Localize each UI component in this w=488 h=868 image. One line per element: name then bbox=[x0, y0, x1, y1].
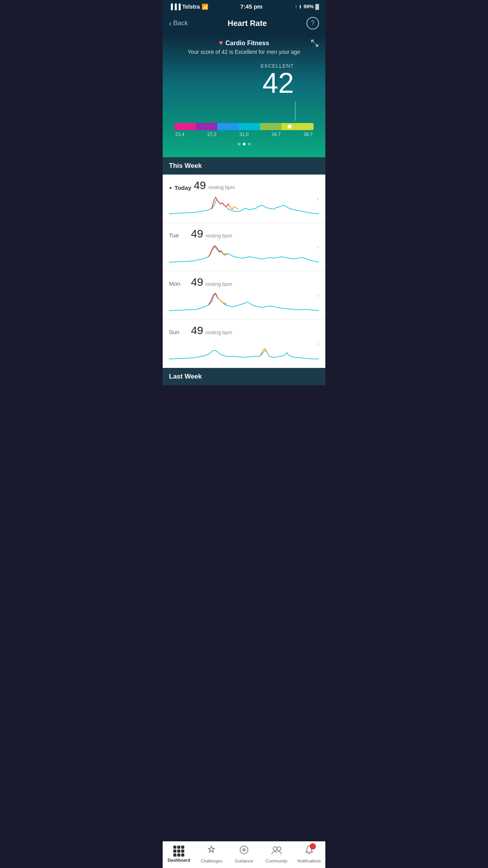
bpm-unit-mon: resting bpm bbox=[205, 281, 232, 287]
day-row-sun: Sun 49 resting bpm › bbox=[163, 320, 325, 368]
status-bar: ▐▐▐ Telstra 📶 7:45 pm ↑ ⍿ 99% ▓ bbox=[163, 0, 325, 13]
location-icon: ↑ bbox=[295, 4, 297, 9]
day-label-tue: Tue bbox=[169, 232, 189, 239]
signal-icon: ▐▐▐ bbox=[169, 4, 181, 10]
bpm-unit-sun: resting bpm bbox=[205, 329, 232, 335]
day-header-today: ► Today 49 resting bpm bbox=[169, 179, 319, 192]
bpm-today: 49 bbox=[194, 179, 206, 192]
hero-section: ♥ Cardio Fitness Your score of 42 is Exc… bbox=[163, 35, 325, 157]
bar-label-1: 23.4 bbox=[175, 132, 184, 137]
chevron-today[interactable]: › bbox=[317, 195, 319, 203]
status-left: ▐▐▐ Telstra 📶 bbox=[169, 4, 208, 10]
last-week-header: Last Week bbox=[163, 368, 325, 385]
bar-label-2: 27.2 bbox=[207, 132, 216, 137]
bar-excellent-high bbox=[281, 123, 314, 130]
day-row-tue: Tue 49 resting bpm › bbox=[163, 223, 325, 271]
day-label-sun: Sun bbox=[169, 329, 189, 335]
battery-label: 99% bbox=[303, 4, 314, 9]
dot-1[interactable] bbox=[238, 143, 240, 145]
score-indicator bbox=[171, 101, 317, 121]
bpm-unit-tue: resting bpm bbox=[205, 233, 232, 239]
help-icon: ? bbox=[311, 20, 315, 27]
status-right: ↑ ⍿ 99% ▓ bbox=[295, 4, 319, 9]
wifi-icon: 📶 bbox=[202, 4, 208, 10]
bar-label-3: 31.0 bbox=[239, 132, 248, 137]
day-header-sun: Sun 49 resting bpm bbox=[169, 324, 319, 337]
score-section: EXCELLENT 42 bbox=[171, 63, 317, 97]
bpm-sun: 49 bbox=[191, 324, 203, 337]
play-icon: ► bbox=[169, 186, 173, 190]
back-button[interactable]: ‹ Back bbox=[169, 19, 188, 28]
nav-header: ‹ Back Heart Rate ? bbox=[163, 13, 325, 35]
carrier-label: Telstra bbox=[182, 4, 200, 10]
bpm-mon: 49 bbox=[191, 276, 203, 289]
score-value: 42 bbox=[171, 69, 294, 97]
day-row-mon: Mon 49 resting bpm › bbox=[163, 271, 325, 320]
chevron-tue[interactable]: › bbox=[317, 243, 319, 251]
bar-very-good bbox=[238, 123, 260, 130]
battery-icon: ▓ bbox=[316, 4, 319, 9]
chart-sun[interactable] bbox=[169, 339, 319, 363]
day-label-mon: Mon bbox=[169, 280, 189, 287]
this-week-header: This Week bbox=[163, 157, 325, 175]
day-label-today: ► Today bbox=[169, 184, 191, 191]
bluetooth-icon: ⍿ bbox=[299, 4, 302, 9]
expand-button[interactable] bbox=[310, 39, 319, 50]
color-bar bbox=[174, 123, 314, 130]
score-dot-indicator bbox=[288, 125, 292, 129]
bar-fair bbox=[196, 123, 217, 130]
bar-poor bbox=[174, 123, 196, 130]
bar-good bbox=[217, 123, 238, 130]
day-header-mon: Mon 49 resting bpm bbox=[169, 276, 319, 289]
day-row-today: ► Today 49 resting bpm › bbox=[163, 175, 325, 223]
cardio-fitness-label: ♥ Cardio Fitness bbox=[171, 39, 317, 47]
bar-excellent-low bbox=[260, 123, 281, 130]
help-button[interactable]: ? bbox=[306, 17, 319, 29]
back-chevron-icon: ‹ bbox=[169, 19, 172, 28]
chevron-sun[interactable]: › bbox=[317, 340, 319, 348]
cardio-label-text: Cardio Fitness bbox=[226, 40, 269, 47]
chevron-mon[interactable]: › bbox=[317, 291, 319, 300]
bar-label-5: 38.7 bbox=[304, 132, 313, 137]
status-time: 7:45 pm bbox=[240, 3, 262, 10]
dot-3[interactable] bbox=[248, 143, 251, 145]
chart-tue[interactable] bbox=[169, 243, 319, 266]
bpm-tue: 49 bbox=[191, 228, 203, 240]
bpm-unit-today: resting bpm bbox=[208, 184, 235, 190]
chart-mon[interactable] bbox=[169, 291, 319, 314]
chart-today[interactable] bbox=[169, 194, 319, 218]
back-label: Back bbox=[173, 19, 188, 27]
page-dots bbox=[171, 143, 317, 145]
day-header-tue: Tue 49 resting bpm bbox=[169, 228, 319, 240]
bar-labels: 23.4 27.2 31.0 34.7 38.7 bbox=[174, 130, 314, 137]
cardio-subtitle: Your score of 42 is Excellent for men yo… bbox=[171, 49, 317, 55]
dot-2[interactable] bbox=[243, 143, 246, 145]
fitness-color-bar: 23.4 27.2 31.0 34.7 38.7 bbox=[174, 123, 314, 137]
heart-icon: ♥ bbox=[219, 39, 223, 47]
indicator-line bbox=[295, 101, 295, 121]
page-title: Heart Rate bbox=[227, 19, 267, 28]
bar-label-4: 34.7 bbox=[272, 132, 281, 137]
